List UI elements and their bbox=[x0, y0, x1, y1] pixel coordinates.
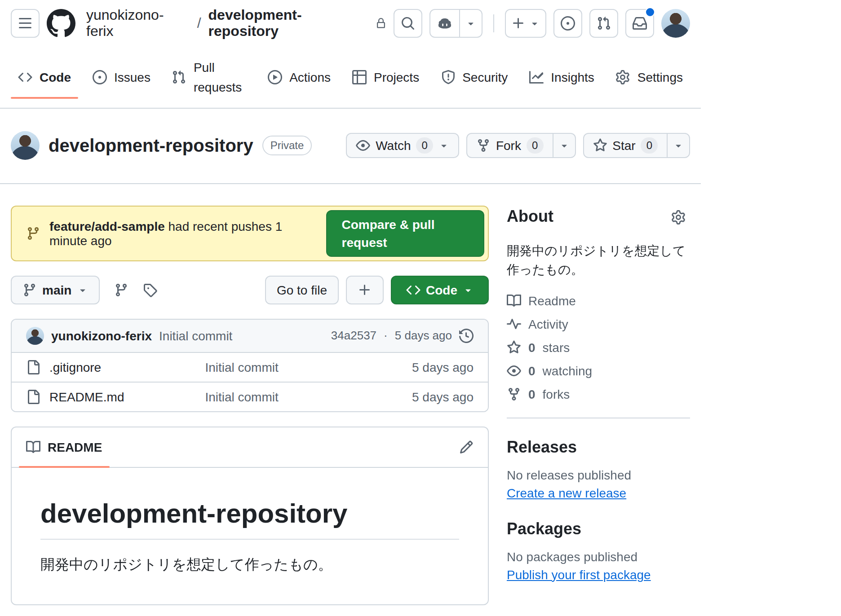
stat-label: forks bbox=[543, 387, 570, 401]
breadcrumb-repo-label: development-repository bbox=[208, 7, 370, 40]
about-description: 開発中のリポジトリを想定して作ったもの。 bbox=[507, 242, 690, 279]
copilot-dropdown[interactable] bbox=[459, 10, 482, 37]
code-dropdown-button[interactable]: Code bbox=[391, 276, 489, 304]
breadcrumb-owner[interactable]: yunokizono-ferix bbox=[86, 7, 190, 40]
file-row[interactable]: README.md Initial commit 5 days ago bbox=[12, 382, 488, 411]
readme-paragraph: 開発中のリポジトリを想定して作ったもの。 bbox=[40, 554, 459, 576]
watch-button[interactable]: Watch 0 bbox=[346, 133, 459, 158]
commit-sha[interactable]: 34a2537 bbox=[331, 329, 376, 343]
repo-title: development-repository bbox=[49, 135, 253, 157]
edit-repo-details-button[interactable] bbox=[667, 206, 690, 229]
tab-issues[interactable]: Issues bbox=[85, 57, 158, 98]
go-to-file-button[interactable]: Go to file bbox=[265, 276, 339, 304]
banner-text: feature/add-sample had recent pushes 1 m… bbox=[49, 219, 318, 248]
file-commit-message[interactable]: Initial commit bbox=[205, 390, 412, 404]
activity-link[interactable]: Activity bbox=[507, 317, 690, 331]
stat-label: stars bbox=[543, 340, 570, 355]
readme-heading: development-repository bbox=[40, 497, 459, 540]
branch-toolbar: main Go to file Code bbox=[11, 276, 489, 304]
banner-branch-name: feature/add-sample bbox=[49, 219, 165, 233]
readme-link[interactable]: Readme bbox=[507, 294, 690, 308]
tab-code[interactable]: Code bbox=[11, 57, 78, 98]
chevron-down-icon bbox=[77, 285, 88, 295]
tab-actions[interactable]: Actions bbox=[261, 57, 338, 98]
repo-header: development-repository Private Watch 0 F… bbox=[0, 109, 701, 184]
commit-author[interactable]: yunokizono-ferix bbox=[51, 329, 152, 343]
commit-time: 5 days ago bbox=[395, 329, 452, 343]
releases-title: Releases bbox=[507, 438, 690, 457]
file-commit-message[interactable]: Initial commit bbox=[205, 360, 412, 374]
tab-label: Issues bbox=[114, 67, 150, 87]
tab-insights[interactable]: Insights bbox=[522, 57, 602, 98]
tab-label: Actions bbox=[289, 67, 331, 87]
tab-projects[interactable]: Projects bbox=[345, 57, 426, 98]
tab-settings[interactable]: Settings bbox=[609, 57, 690, 98]
hamburger-menu-button[interactable] bbox=[11, 9, 40, 38]
copilot-button[interactable] bbox=[429, 9, 482, 38]
watching-link[interactable]: 0 watching bbox=[507, 364, 690, 378]
branches-link[interactable] bbox=[114, 282, 128, 298]
gear-icon bbox=[616, 70, 630, 84]
fork-button[interactable]: Fork 0 bbox=[466, 133, 575, 158]
play-icon bbox=[268, 70, 282, 84]
star-button[interactable]: Star 0 bbox=[583, 133, 690, 158]
branch-selector[interactable]: main bbox=[11, 276, 99, 304]
watch-main[interactable]: Watch 0 bbox=[347, 134, 458, 158]
repo-actions: Watch 0 Fork 0 bbox=[346, 133, 690, 158]
git-branch-icon bbox=[114, 283, 128, 297]
commit-history-link[interactable] bbox=[459, 329, 474, 343]
chevron-down-icon bbox=[558, 141, 569, 151]
inbox-button[interactable] bbox=[625, 9, 654, 38]
git-branch-icon bbox=[22, 283, 37, 297]
star-dropdown[interactable] bbox=[667, 134, 689, 158]
tab-pull-requests[interactable]: Pull requests bbox=[165, 47, 253, 108]
tab-security[interactable]: Security bbox=[434, 57, 515, 98]
compare-pull-request-button[interactable]: Compare & pull request bbox=[327, 210, 485, 257]
readme-header: README bbox=[12, 427, 488, 468]
file-name-link[interactable]: .gitignore bbox=[49, 360, 101, 374]
file-row[interactable]: .gitignore Initial commit 5 days ago bbox=[12, 352, 488, 382]
commit-meta: 34a2537 · 5 days ago bbox=[331, 329, 474, 343]
tab-label: Code bbox=[40, 67, 71, 87]
about-title: About bbox=[507, 208, 553, 227]
git-pull-request-icon bbox=[597, 16, 611, 31]
star-main[interactable]: Star 0 bbox=[584, 134, 667, 158]
fork-label: Fork bbox=[496, 139, 521, 153]
fork-icon bbox=[507, 387, 521, 401]
breadcrumb-repo[interactable]: development-repository bbox=[208, 7, 386, 40]
tab-readme[interactable]: README bbox=[12, 427, 116, 467]
file-name-link[interactable]: README.md bbox=[49, 390, 124, 404]
your-pull-requests-button[interactable] bbox=[589, 9, 618, 38]
forks-link[interactable]: 0 forks bbox=[507, 387, 690, 401]
commit-message[interactable]: Initial commit bbox=[159, 329, 232, 343]
tags-link[interactable] bbox=[142, 282, 157, 298]
readme-tab-label: README bbox=[48, 440, 102, 454]
fork-dropdown[interactable] bbox=[552, 134, 575, 158]
create-release-link[interactable]: Create a new release bbox=[507, 486, 626, 500]
user-avatar-button[interactable] bbox=[661, 9, 690, 38]
add-file-button[interactable] bbox=[346, 276, 384, 304]
your-issues-button[interactable] bbox=[553, 9, 582, 38]
recent-push-banner: feature/add-sample had recent pushes 1 m… bbox=[11, 206, 489, 261]
watch-count: 0 bbox=[416, 138, 433, 154]
star-count: 0 bbox=[641, 138, 658, 154]
commit-separator: · bbox=[384, 329, 388, 343]
edit-readme-button[interactable] bbox=[452, 433, 481, 462]
git-pull-request-icon bbox=[172, 70, 186, 84]
copilot-main[interactable] bbox=[430, 10, 459, 37]
publish-package-link[interactable]: Publish your first package bbox=[507, 568, 651, 582]
history-icon bbox=[459, 329, 474, 343]
plus-icon bbox=[358, 283, 372, 297]
search-button[interactable] bbox=[394, 9, 422, 38]
stat-count: 0 bbox=[528, 340, 536, 355]
packages-title: Packages bbox=[507, 520, 690, 539]
pulse-icon bbox=[507, 317, 521, 331]
eye-icon bbox=[507, 364, 521, 378]
github-logo[interactable] bbox=[47, 9, 75, 38]
fork-main[interactable]: Fork 0 bbox=[467, 134, 552, 158]
repo-main: feature/add-sample had recent pushes 1 m… bbox=[11, 184, 489, 616]
git-branch-icon bbox=[26, 226, 40, 241]
user-avatar bbox=[661, 9, 690, 38]
create-new-button[interactable] bbox=[505, 9, 546, 38]
stars-link[interactable]: 0 stars bbox=[507, 340, 690, 355]
